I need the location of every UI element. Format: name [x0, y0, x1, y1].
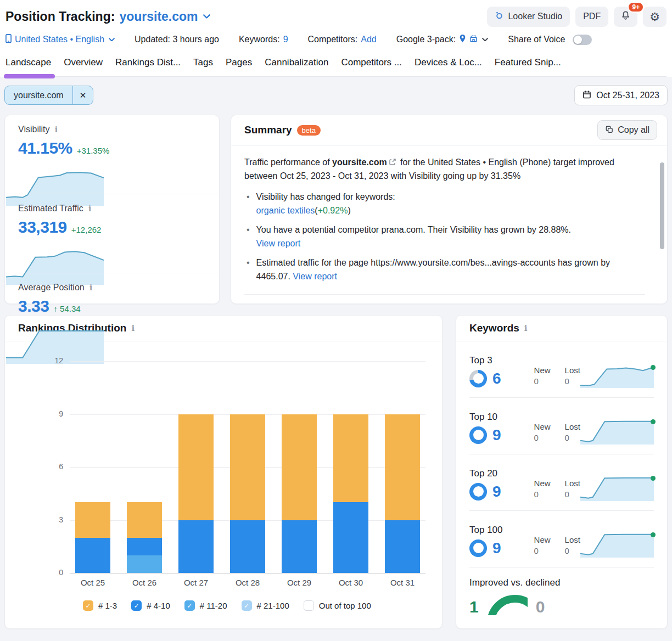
new-column: New0: [534, 535, 551, 555]
close-icon[interactable]: ✕: [72, 86, 93, 104]
new-lost-block: New0Lost0: [534, 366, 580, 386]
segment-4-10: [75, 538, 110, 573]
y-tick: 0: [41, 568, 63, 577]
segment-4-10: [333, 502, 368, 573]
tab-cannibalization[interactable]: Cannibalization: [265, 55, 328, 76]
checkbox-4-10[interactable]: ✓: [131, 600, 142, 611]
rankings-distribution-card: Rankings Distributioni Keywords 036912 O…: [4, 315, 443, 629]
segment-1-3: [230, 414, 265, 520]
settings-button[interactable]: ⚙: [643, 7, 667, 27]
keywords-count-link[interactable]: 9: [283, 35, 288, 44]
new-value: 0: [534, 546, 551, 555]
x-tick-oct-25: Oct 25: [75, 578, 110, 587]
keyword-range-label: Top 10: [469, 412, 534, 423]
new-value: 0: [534, 433, 551, 442]
summary-header: Summary beta Copy all: [231, 115, 667, 145]
bar-oct-28[interactable]: [230, 361, 265, 573]
info-icon[interactable]: i: [89, 283, 93, 293]
new-column: New0: [534, 479, 551, 499]
legend-label: Out of top 100: [319, 601, 371, 610]
view-report-link[interactable]: View report: [293, 272, 337, 281]
new-label: New: [534, 422, 551, 431]
ring-hole: [473, 486, 484, 497]
view-report-link[interactable]: View report: [256, 239, 301, 248]
info-icon[interactable]: i: [55, 125, 58, 134]
tab-rankings-dist[interactable]: Rankings Dist...: [115, 55, 181, 76]
lost-value: 0: [565, 490, 580, 499]
lost-value: 0: [565, 433, 580, 442]
competitors-add-link[interactable]: Add: [361, 35, 376, 44]
notifications-button[interactable]: 9+: [614, 7, 637, 27]
target-location-selector[interactable]: United States • English: [5, 34, 115, 46]
bar-oct-31[interactable]: [385, 361, 420, 573]
copy-all-button[interactable]: Copy all: [597, 120, 657, 140]
keyword-sparkline: [580, 475, 654, 501]
chevron-down-icon[interactable]: [203, 14, 210, 19]
scrollbar-thumb[interactable]: [660, 162, 664, 249]
beta-badge: beta: [297, 125, 321, 136]
gridline: [70, 573, 425, 573]
bar-oct-26[interactable]: [127, 361, 162, 573]
tab-landscape[interactable]: Landscape: [5, 55, 51, 76]
new-value: 0: [534, 490, 551, 499]
progress-ring: [469, 370, 487, 387]
x-tick-oct-31: Oct 31: [385, 578, 420, 587]
legend-item-out-of-top-100[interactable]: Out of top 100: [304, 600, 371, 611]
tab-pages[interactable]: Pages: [226, 55, 252, 76]
keywords-rows: Top 36New0Lost0Top 109New0Lost0Top 209Ne…: [456, 341, 667, 567]
site-filter-chip[interactable]: yoursite.com ✕: [4, 86, 93, 105]
improved-vs-declined: Improved vs. declined 1 0: [456, 567, 667, 615]
keyword-count: 9: [492, 426, 501, 444]
chevron-down-icon: [482, 38, 488, 42]
tab-overview[interactable]: Overview: [64, 55, 103, 76]
keyword-row-top-20: Top 209New0Lost0: [456, 454, 667, 510]
estimated-traffic-delta: +12,262: [71, 225, 102, 234]
bar-oct-25[interactable]: [75, 361, 110, 573]
info-icon[interactable]: i: [88, 204, 92, 213]
checkbox-21-100[interactable]: ✓: [242, 600, 252, 611]
bar-oct-27[interactable]: [178, 361, 214, 573]
bullet-icon: •: [247, 256, 250, 283]
legend-item-1-3[interactable]: ✓# 1-3: [83, 600, 117, 611]
pdf-button[interactable]: PDF: [575, 7, 608, 27]
tab-competitors[interactable]: Competitors ...: [341, 55, 402, 76]
info-icon[interactable]: i: [524, 323, 528, 333]
x-tick-oct-27: Oct 27: [178, 578, 214, 587]
tab-devices-loc[interactable]: Devices & Loc...: [415, 55, 482, 76]
keyword-row-top-3: Top 36New0Lost0: [456, 341, 667, 397]
checkbox-11-20[interactable]: ✓: [184, 600, 195, 611]
summary-body: Traffic performance of yoursite.com for …: [231, 145, 667, 283]
average-position-value: 3.33: [18, 297, 49, 316]
checkbox-1-3[interactable]: ✓: [83, 600, 93, 611]
keyword-value-row: 9: [469, 483, 534, 501]
date-range-picker[interactable]: Oct 25-31, 2023: [574, 85, 668, 105]
tab-tags[interactable]: Tags: [193, 55, 213, 76]
insight-competitor: • You have a potential competitor prana.…: [244, 223, 643, 250]
bar-oct-30[interactable]: [333, 361, 368, 573]
insight-page-traffic: • Estimated traffic for the page https:/…: [244, 256, 643, 283]
segment-4-10: [127, 538, 162, 555]
average-position-delta: ↑ 54.34: [53, 304, 80, 313]
insight-visibility-change: • Visibility has changed for keywords: o…: [244, 190, 643, 217]
looker-studio-button[interactable]: Looker Studio: [487, 7, 570, 27]
y-tick: 12: [41, 356, 63, 365]
legend-item-21-100[interactable]: ✓# 21-100: [242, 600, 289, 611]
business-map-pack-icon: [469, 35, 478, 44]
tab-featured-snip[interactable]: Featured Snip...: [495, 55, 561, 76]
legend-item-4-10[interactable]: ✓# 4-10: [131, 600, 170, 611]
project-name-dropdown[interactable]: yoursite.com: [119, 9, 198, 24]
bell-icon: [620, 10, 631, 23]
new-label: New: [534, 479, 551, 488]
legend-item-11-20[interactable]: ✓# 11-20: [184, 600, 227, 611]
bar-oct-29[interactable]: [282, 361, 317, 573]
new-lost-block: New0Lost0: [534, 479, 580, 499]
spark-end-dot: [651, 476, 656, 481]
checkbox-out-of-top-100[interactable]: [304, 600, 314, 611]
external-link-icon[interactable]: [389, 158, 396, 166]
keywords-count: Keywords: 9: [239, 35, 288, 44]
new-label: New: [534, 366, 551, 375]
share-of-voice-toggle[interactable]: [573, 35, 592, 45]
keyword-link[interactable]: organic textiles: [256, 206, 315, 215]
google-3-pack-selector[interactable]: Google 3-pack:: [396, 34, 489, 46]
keyword-range-label: Top 20: [469, 468, 534, 479]
